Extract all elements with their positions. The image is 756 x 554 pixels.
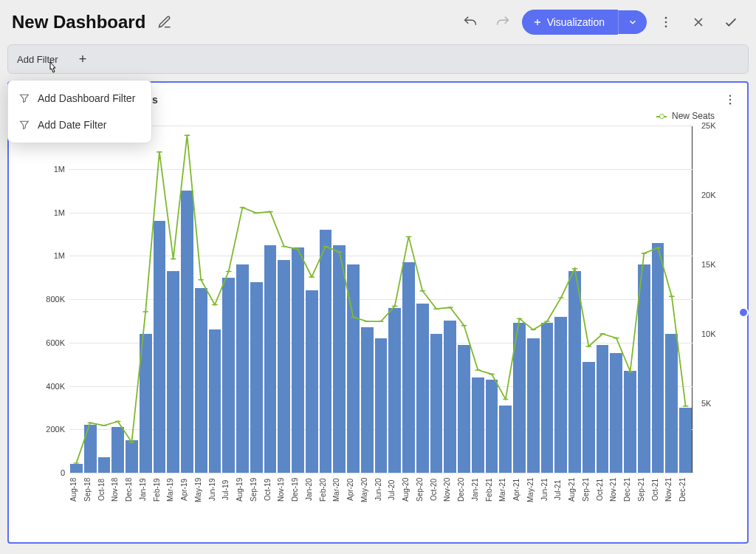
x-tick-label: Oct-20 <box>430 473 444 510</box>
legend-label-new-seats: New Seats <box>672 111 715 121</box>
redo-icon <box>495 14 511 30</box>
menu-item-add-date-filter[interactable]: Add Date Filter <box>8 112 151 138</box>
more-button[interactable] <box>653 9 679 35</box>
cursor-pointer-icon <box>46 61 59 77</box>
x-tick-label: Mar-19 <box>166 473 180 510</box>
x-tick-label: Jul-20 <box>388 473 402 510</box>
undo-icon <box>462 14 478 30</box>
y1-tick-label: 1M <box>19 208 65 217</box>
filter-menu: Add Dashboard Filter Add Date Filter <box>7 80 152 143</box>
y1-tick-label: 0 <box>19 468 65 477</box>
legend-swatch-line-icon <box>656 116 667 117</box>
x-tick-label: May-19 <box>194 473 208 510</box>
close-icon <box>691 15 706 30</box>
x-tick-label: Sep-18 <box>83 473 97 510</box>
plus-icon <box>532 17 543 27</box>
pencil-icon <box>157 15 172 30</box>
x-tick-label: Oct-21 <box>596 473 610 510</box>
filter-icon <box>18 92 30 104</box>
y2-tick-label: 15K <box>697 260 737 269</box>
chart-card[interactable]: s New Seats Aug-18Sep-18Oct-18Nov-18Dec-… <box>7 81 749 544</box>
line-layer <box>69 126 693 473</box>
x-tick-label: Nov-21 <box>664 473 678 510</box>
x-tick-label: Jan-21 <box>471 473 485 510</box>
chart-plot: Aug-18Sep-18Oct-18Nov-18Dec-18Jan-19Feb-… <box>19 126 737 510</box>
x-tick-label: Jul-19 <box>221 473 236 510</box>
x-tick-label: Mar-20 <box>332 473 346 510</box>
x-tick-label: Sep-21 <box>637 473 651 510</box>
header: New Dashboard Visualization <box>0 0 756 44</box>
menu-item-add-dashboard-filter[interactable]: Add Dashboard Filter <box>8 85 151 112</box>
check-icon <box>723 14 739 30</box>
x-tick-label: Jan-19 <box>139 473 153 510</box>
add-filter-button[interactable]: Add Filter + <box>7 44 749 74</box>
x-tick-label: Jun-21 <box>540 473 554 510</box>
y2-tick-label: 25K <box>697 121 737 130</box>
y2-tick-label: 20K <box>697 191 737 199</box>
x-tick-label: Jul-21 <box>554 473 568 510</box>
x-tick-label: Aug-21 <box>568 473 582 510</box>
x-tick-label: Nov-19 <box>277 473 291 510</box>
x-tick-label: Mar-21 <box>498 473 512 510</box>
x-tick-label: Nov-21 <box>609 473 623 510</box>
x-tick-label: Apr-21 <box>512 473 526 510</box>
x-tick-label: Feb-20 <box>319 473 333 510</box>
x-tick-label: May-21 <box>526 473 540 510</box>
x-tick-label: Dec-21 <box>623 473 637 510</box>
x-tick-label: Aug-19 <box>236 473 250 510</box>
vertical-dots-icon <box>659 15 673 30</box>
y1-tick-label: 1M <box>19 251 65 260</box>
redo-button[interactable] <box>489 9 516 35</box>
undo-button[interactable] <box>457 9 484 35</box>
filter-bar: Add Filter + Add Dashboard Filter Add Da… <box>0 44 756 81</box>
visualization-button-group: Visualization <box>522 10 647 35</box>
add-visualization-button[interactable]: Visualization <box>522 10 618 35</box>
x-tick-label: Jun-19 <box>208 473 222 510</box>
chart-more-button[interactable] <box>724 93 737 106</box>
x-tick-label: Jun-20 <box>374 473 388 510</box>
x-tick-label: May-20 <box>360 473 374 510</box>
svg-point-0 <box>665 17 667 19</box>
x-tick-label: Oct-21 <box>651 473 665 510</box>
svg-point-3 <box>729 95 731 97</box>
x-tick-label: Aug-18 <box>69 473 83 510</box>
x-tick-label: Dec-20 <box>457 473 471 510</box>
x-tick-label: Feb-19 <box>153 473 167 510</box>
y1-tick-label: 400K <box>19 382 65 391</box>
x-tick-label: Aug-20 <box>402 473 416 510</box>
page-title: New Dashboard <box>12 12 145 33</box>
y1-tick-label: 200K <box>19 425 65 434</box>
svg-point-4 <box>729 99 731 100</box>
y2-tick-label: 10K <box>697 329 737 338</box>
visualization-label: Visualization <box>547 16 605 28</box>
x-tick-label: Nov-18 <box>111 473 125 510</box>
x-tick-label: Nov-20 <box>443 473 457 510</box>
x-tick-label: Apr-19 <box>180 473 194 510</box>
confirm-button[interactable] <box>718 9 744 35</box>
x-tick-label: Dec-21 <box>678 473 693 510</box>
svg-point-5 <box>729 103 731 104</box>
close-button[interactable] <box>685 9 712 35</box>
x-tick-label: Dec-18 <box>125 473 139 510</box>
x-tick-label: Oct-19 <box>264 473 278 510</box>
y1-tick-label: 800K <box>19 295 65 304</box>
chevron-down-icon <box>628 17 638 27</box>
y1-tick-label: 1M <box>19 165 65 174</box>
filter-icon <box>18 119 30 131</box>
plus-icon: + <box>79 52 87 66</box>
x-tick-label: Sep-19 <box>250 473 264 510</box>
y2-tick-label: 5K <box>697 399 737 408</box>
edit-title-button[interactable] <box>151 9 178 35</box>
vertical-dots-icon <box>724 93 737 106</box>
x-tick-label: Sep-21 <box>582 473 596 510</box>
x-tick-label: Feb-21 <box>485 473 499 510</box>
y1-tick-label: 600K <box>19 338 65 347</box>
resize-handle-right[interactable] <box>738 307 749 318</box>
visualization-dropdown-button[interactable] <box>618 10 647 34</box>
x-tick-label: Apr-20 <box>346 473 360 510</box>
x-tick-label: Dec-19 <box>291 473 305 510</box>
x-tick-label: Sep-20 <box>416 473 430 510</box>
x-tick-label: Jan-20 <box>305 473 319 510</box>
x-tick-label: Oct-18 <box>97 473 111 510</box>
svg-point-2 <box>665 26 667 28</box>
